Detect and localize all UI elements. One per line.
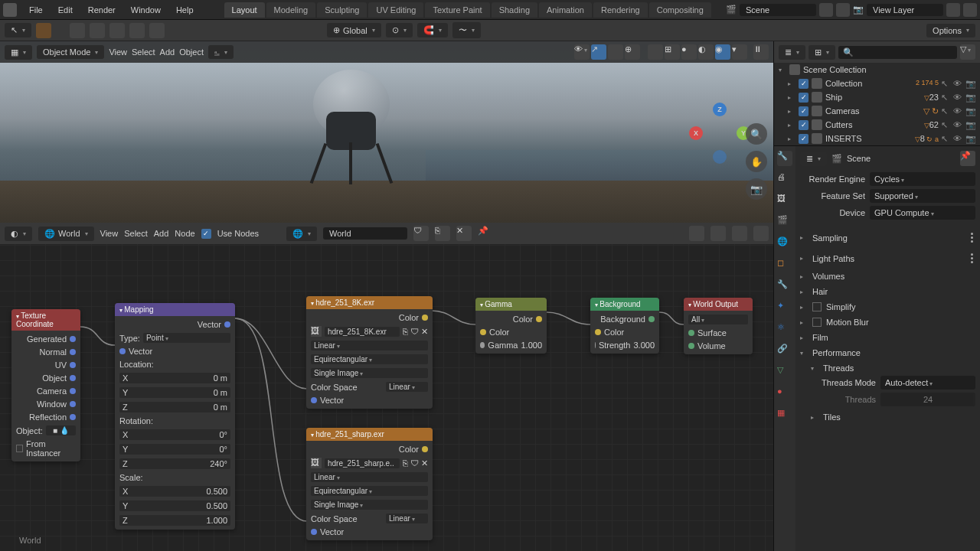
colorspace-dropdown[interactable]: Color SpaceLinear bbox=[311, 513, 428, 524]
loc-y[interactable]: Y0 m bbox=[119, 386, 230, 399]
viewlayer-selector[interactable]: View Layer bbox=[867, 4, 943, 16]
input-color[interactable]: Color bbox=[595, 327, 655, 337]
section-film[interactable]: Film bbox=[800, 330, 975, 345]
pin-icon[interactable]: 📌 bbox=[960, 151, 975, 166]
eye-icon[interactable]: 👁 bbox=[953, 120, 963, 130]
shading-dropdown[interactable]: ▾ bbox=[732, 44, 747, 60]
feature-set-dropdown[interactable]: Supported bbox=[870, 189, 975, 203]
menu-window[interactable]: Window bbox=[123, 5, 168, 15]
eye-icon[interactable]: 👁 bbox=[953, 106, 963, 116]
select-box-tool[interactable] bbox=[36, 23, 51, 38]
subsection-threads[interactable]: Threads bbox=[811, 360, 975, 376]
world-shield-icon[interactable]: 🛡 bbox=[413, 226, 429, 241]
outliner-scene-collection[interactable]: ▾ Scene Collection bbox=[774, 63, 980, 77]
node-menu-node[interactable]: Node bbox=[175, 229, 194, 238]
tab-layout[interactable]: Layout bbox=[224, 2, 265, 18]
cursor-icon[interactable]: ↖ bbox=[941, 134, 951, 144]
tab-rendering[interactable]: Rendering bbox=[593, 2, 648, 18]
cursor-icon[interactable]: ↖ bbox=[941, 79, 951, 89]
options-icon[interactable] bbox=[969, 251, 975, 266]
tab-physics-icon[interactable]: ⚛ bbox=[777, 322, 792, 337]
device-dropdown[interactable]: GPU Compute bbox=[870, 206, 975, 220]
use-nodes-checkbox[interactable]: ✓ bbox=[201, 229, 211, 239]
output-uv[interactable]: UV bbox=[16, 360, 76, 370]
viewport-options-dropdown[interactable]: Options bbox=[926, 24, 975, 37]
tab-world-icon[interactable]: 🌐 bbox=[777, 236, 792, 252]
node-menu-select[interactable]: Select bbox=[124, 229, 148, 238]
output-color[interactable]: Color bbox=[311, 312, 428, 323]
snap-icon-4[interactable] bbox=[129, 23, 145, 38]
node-editor-type-dropdown[interactable]: ◐ bbox=[5, 227, 32, 241]
rot-y[interactable]: Y0° bbox=[119, 443, 230, 455]
xray-toggle[interactable] bbox=[648, 44, 663, 60]
output-background[interactable]: Background bbox=[595, 314, 655, 324]
tab-modeling[interactable]: Modeling bbox=[266, 2, 316, 18]
tab-object-icon[interactable]: ◻ bbox=[777, 258, 792, 273]
orientation-dropdown[interactable]: ⊕ Global bbox=[327, 23, 381, 37]
threads-mode-dropdown[interactable]: Auto-detect bbox=[880, 376, 975, 390]
node-snap-icon[interactable] bbox=[710, 226, 726, 241]
world-name-field[interactable]: World bbox=[323, 227, 407, 240]
node-sidebar-icon[interactable] bbox=[753, 226, 769, 241]
outliner-collection[interactable]: ▸✓ Collection 2 174 5↖👁📷 bbox=[774, 77, 980, 90]
outliner-filter-dropdown[interactable]: ▽ bbox=[960, 44, 975, 60]
section-light-paths[interactable]: Light Paths bbox=[800, 248, 975, 269]
tab-constraints-icon[interactable]: 🔗 bbox=[777, 344, 792, 359]
output-vector[interactable]: Vector bbox=[119, 319, 230, 330]
render-engine-dropdown[interactable]: Cycles bbox=[870, 172, 975, 186]
visibility-checkbox[interactable]: ✓ bbox=[799, 93, 808, 103]
object-field[interactable]: Object:■ 💧 bbox=[16, 425, 76, 436]
overlays-dropdown[interactable]: 👁 bbox=[574, 44, 590, 60]
pivot-dropdown[interactable]: ⊙ bbox=[386, 23, 413, 37]
prop-edit-dropdown[interactable]: 〜 bbox=[452, 22, 481, 38]
projection-dropdown[interactable]: Equirectangular bbox=[311, 354, 428, 365]
visibility-checkbox[interactable]: ✓ bbox=[799, 134, 808, 144]
camera-icon[interactable]: 📷 bbox=[965, 93, 975, 103]
outliner-inserts[interactable]: ▸✓ INSERTS ▽8 ↻ a↖👁📷 bbox=[774, 132, 980, 145]
shading-solid[interactable]: ● bbox=[681, 44, 697, 60]
outliner-type-dropdown[interactable]: ≣ bbox=[779, 45, 805, 60]
eye-icon[interactable]: 👁 bbox=[953, 79, 963, 89]
scale-z[interactable]: Z1.000 bbox=[119, 514, 230, 527]
new-viewlayer-icon[interactable] bbox=[946, 3, 960, 17]
tab-data-icon[interactable]: ▽ bbox=[777, 365, 792, 380]
outliner-display-dropdown[interactable]: ⊞ bbox=[808, 45, 835, 60]
new-scene-icon[interactable] bbox=[819, 3, 833, 17]
world-datablock-dropdown[interactable]: 🌐 bbox=[286, 227, 317, 241]
shader-type-dropdown[interactable]: 🌐 World bbox=[38, 227, 94, 241]
output-camera[interactable]: Camera bbox=[16, 386, 76, 396]
world-pin-icon[interactable]: 📌 bbox=[478, 226, 493, 241]
input-vector[interactable]: Vector bbox=[311, 527, 428, 537]
world-copy-icon[interactable]: ⎘ bbox=[435, 226, 450, 241]
visibility-checkbox[interactable]: ✓ bbox=[799, 120, 808, 130]
outliner-cameras[interactable]: ▸✓ Cameras ▽ ↻↖👁📷 bbox=[774, 104, 980, 118]
tab-viewlayer-icon[interactable]: 🖼 bbox=[777, 194, 792, 209]
cursor-icon[interactable]: ↖ bbox=[941, 106, 951, 116]
output-color[interactable]: Color bbox=[311, 444, 428, 455]
input-color[interactable]: Color bbox=[480, 327, 542, 337]
gizmo-toggle[interactable]: ↗ bbox=[591, 44, 606, 60]
section-volumes[interactable]: Volumes bbox=[800, 269, 975, 284]
tab-texture-paint[interactable]: Texture Paint bbox=[425, 2, 489, 18]
tab-render-icon[interactable]: 🔧 bbox=[777, 151, 792, 166]
input-vector[interactable]: Vector bbox=[119, 346, 230, 357]
scale-x[interactable]: X0.500 bbox=[119, 485, 230, 497]
tab-animation[interactable]: Animation bbox=[539, 2, 592, 18]
image-file-field[interactable]: 🖼hdre_251_sharp.e..⎘ 🛡 ✕ bbox=[311, 457, 428, 469]
camera-icon[interactable]: 📷 bbox=[965, 106, 975, 116]
tab-shading[interactable]: Shading bbox=[492, 2, 537, 18]
snap-icon-3[interactable] bbox=[109, 23, 125, 38]
tab-particles-icon[interactable]: ✦ bbox=[777, 301, 792, 316]
cursor-icon[interactable]: ↖ bbox=[941, 120, 951, 130]
output-color[interactable]: Color bbox=[480, 314, 542, 324]
scene-selector[interactable]: Scene bbox=[740, 4, 816, 16]
section-performance[interactable]: Performance bbox=[800, 345, 975, 360]
camera-icon[interactable]: 📷 bbox=[965, 134, 975, 144]
input-gamma[interactable]: Gamma1.000 bbox=[480, 340, 542, 350]
visibility-checkbox[interactable]: ✓ bbox=[799, 106, 808, 116]
input-surface[interactable]: Surface bbox=[688, 328, 748, 338]
node-mapping[interactable]: Mapping Vector Type:Point Vector Locatio… bbox=[115, 303, 235, 530]
gizmo-neg-z-axis[interactable] bbox=[713, 150, 727, 164]
colorspace-dropdown[interactable]: Color SpaceLinear bbox=[311, 381, 428, 393]
target-dropdown[interactable]: All bbox=[688, 314, 748, 325]
